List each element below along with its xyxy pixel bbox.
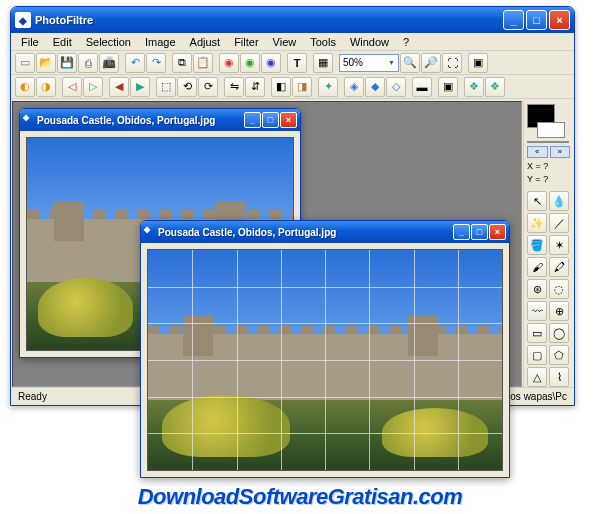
child-maximize-button[interactable]: □ xyxy=(262,112,279,128)
stamp-tool-icon[interactable]: ⊛ xyxy=(527,279,547,299)
scanner-icon[interactable]: 📠 xyxy=(99,53,119,73)
palette-prev-button[interactable]: « xyxy=(527,146,548,158)
child-maximize-button[interactable]: □ xyxy=(471,224,488,240)
child-minimize-button[interactable]: _ xyxy=(244,112,261,128)
flip-v-icon[interactable]: ⇵ xyxy=(245,77,265,97)
crop-icon[interactable]: ⬚ xyxy=(156,77,176,97)
separator xyxy=(334,53,338,73)
child-titlebar[interactable]: ◆ Pousada Castle, Obidos, Portugal.jpg _… xyxy=(20,109,300,131)
gamma-minus-icon[interactable]: ◁ xyxy=(62,77,82,97)
zoom-value: 50% xyxy=(343,57,363,68)
menu-adjust[interactable]: Adjust xyxy=(184,35,227,50)
separator xyxy=(167,53,171,73)
clone-tool-icon[interactable]: ⊕ xyxy=(549,301,569,321)
brush-tool-icon[interactable]: 🖌 xyxy=(527,257,547,277)
coord-y-label: Y = ? xyxy=(527,174,570,184)
smudge-tool-icon[interactable]: 〰 xyxy=(527,301,547,321)
zoom-fit-icon[interactable]: ⛶ xyxy=(442,53,462,73)
dust-icon[interactable]: ✦ xyxy=(318,77,338,97)
titlebar[interactable]: ◆ PhotoFiltre _ □ × xyxy=(11,7,574,33)
menu-edit[interactable]: Edit xyxy=(47,35,78,50)
palette-next-button[interactable]: » xyxy=(550,146,571,158)
contrast-plus-icon[interactable]: ▶ xyxy=(130,77,150,97)
minimize-button[interactable]: _ xyxy=(503,10,524,30)
contrast-minus-icon[interactable]: ◀ xyxy=(109,77,129,97)
zoom-out-icon[interactable]: 🔍 xyxy=(400,53,420,73)
pipette-tool-icon[interactable]: 💧 xyxy=(549,191,569,211)
fullscreen-icon[interactable]: ▣ xyxy=(468,53,488,73)
blur-tool-icon[interactable]: ◌ xyxy=(549,279,569,299)
module-icon[interactable]: ▣ xyxy=(438,77,458,97)
menu-window[interactable]: Window xyxy=(344,35,395,50)
roundrect-select-icon[interactable]: ▢ xyxy=(527,345,547,365)
menu-help[interactable]: ? xyxy=(397,35,415,50)
auto-contrast-icon[interactable]: ◑ xyxy=(36,77,56,97)
polygon-select-icon[interactable]: ⬠ xyxy=(549,345,569,365)
app-title: PhotoFiltre xyxy=(35,14,503,26)
close-button[interactable]: × xyxy=(549,10,570,30)
rgb-green-icon[interactable]: ◉ xyxy=(240,53,260,73)
sharpen-icon[interactable]: ◆ xyxy=(365,77,385,97)
tools-panel: « » X = ? Y = ? ↖ 💧 ✨ ／ 🪣 ✶ 🖌 🖍 ⊛ ◌ 〰 ⊕ … xyxy=(523,101,573,387)
gradient-icon[interactable]: ▬ xyxy=(412,77,432,97)
zoom-in-icon[interactable]: 🔎 xyxy=(421,53,441,73)
status-right-text: os wapas\Pc xyxy=(510,391,567,402)
child-titlebar[interactable]: ◆ Pousada Castle, Obidos, Portugal.jpg _… xyxy=(141,221,509,243)
plugin1-icon[interactable]: ❖ xyxy=(464,77,484,97)
auto-levels-icon[interactable]: ◐ xyxy=(15,77,35,97)
lasso-select-icon[interactable]: ⌇ xyxy=(549,367,569,387)
toolbar-row-2: ◐ ◑ ◁ ▷ ◀ ▶ ⬚ ⟲ ⟳ ⇋ ⇵ ◧ ◨ ✦ ◈ ◆ ◇ ▬ ▣ ❖ … xyxy=(11,75,574,99)
grayscale-icon[interactable]: ◧ xyxy=(271,77,291,97)
paste-icon[interactable]: 📋 xyxy=(193,53,213,73)
rgb-red-icon[interactable]: ◉ xyxy=(219,53,239,73)
menu-selection[interactable]: Selection xyxy=(80,35,137,50)
maximize-button[interactable]: □ xyxy=(526,10,547,30)
image-manager-icon[interactable]: ▦ xyxy=(313,53,333,73)
rotate-left-icon[interactable]: ⟲ xyxy=(177,77,197,97)
separator xyxy=(407,77,411,97)
new-icon[interactable]: ▭ xyxy=(15,53,35,73)
undo-icon[interactable]: ↶ xyxy=(125,53,145,73)
open-icon[interactable]: 📂 xyxy=(36,53,56,73)
line-tool-icon[interactable]: ／ xyxy=(549,213,569,233)
separator xyxy=(308,53,312,73)
redo-icon[interactable]: ↷ xyxy=(146,53,166,73)
menu-view[interactable]: View xyxy=(267,35,303,50)
rect-select-icon[interactable]: ▭ xyxy=(527,323,547,343)
ellipse-select-icon[interactable]: ◯ xyxy=(549,323,569,343)
file-icon: ◆ xyxy=(144,225,158,239)
menu-image[interactable]: Image xyxy=(139,35,182,50)
advanced-brush-icon[interactable]: 🖍 xyxy=(549,257,569,277)
fill-tool-icon[interactable]: 🪣 xyxy=(527,235,547,255)
soften-icon[interactable]: ◈ xyxy=(344,77,364,97)
menu-filter[interactable]: Filter xyxy=(228,35,264,50)
image-canvas-puzzle[interactable] xyxy=(147,249,503,471)
copy-icon[interactable]: ⧉ xyxy=(172,53,192,73)
color-picker-palette[interactable] xyxy=(527,141,569,143)
zoom-combo[interactable]: 50% xyxy=(339,54,399,72)
spray-tool-icon[interactable]: ✶ xyxy=(549,235,569,255)
gamma-plus-icon[interactable]: ▷ xyxy=(83,77,103,97)
child-close-button[interactable]: × xyxy=(489,224,506,240)
child-minimize-button[interactable]: _ xyxy=(453,224,470,240)
menu-file[interactable]: File xyxy=(15,35,45,50)
sepia-icon[interactable]: ◨ xyxy=(292,77,312,97)
blur-icon[interactable]: ◇ xyxy=(386,77,406,97)
pointer-tool-icon[interactable]: ↖ xyxy=(527,191,547,211)
menu-tools[interactable]: Tools xyxy=(304,35,342,50)
triangle-select-icon[interactable]: △ xyxy=(527,367,547,387)
separator xyxy=(57,77,61,97)
rotate-right-icon[interactable]: ⟳ xyxy=(198,77,218,97)
text-icon[interactable]: T xyxy=(287,53,307,73)
plugin2-icon[interactable]: ❖ xyxy=(485,77,505,97)
save-icon[interactable]: 💾 xyxy=(57,53,77,73)
child-close-button[interactable]: × xyxy=(280,112,297,128)
image-window-puzzle[interactable]: ◆ Pousada Castle, Obidos, Portugal.jpg _… xyxy=(140,220,510,478)
separator xyxy=(433,77,437,97)
wand-tool-icon[interactable]: ✨ xyxy=(527,213,547,233)
print-icon[interactable]: ⎙ xyxy=(78,53,98,73)
rgb-blue-icon[interactable]: ◉ xyxy=(261,53,281,73)
flip-h-icon[interactable]: ⇋ xyxy=(224,77,244,97)
background-color-swatch[interactable] xyxy=(537,122,565,138)
separator xyxy=(151,77,155,97)
